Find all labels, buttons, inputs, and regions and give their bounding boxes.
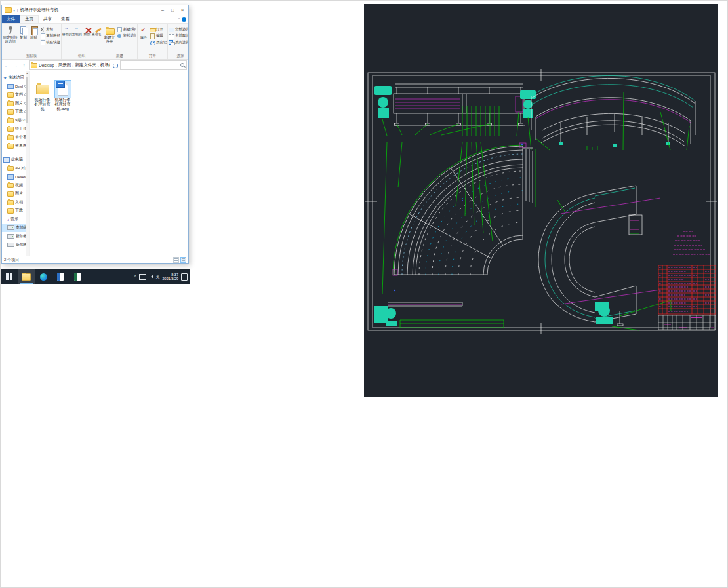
windows-logo-icon: [6, 273, 12, 280]
thumbnail-view-icon[interactable]: [180, 257, 186, 263]
tab-home[interactable]: 主页: [20, 15, 39, 23]
sidebar-item-folder[interactable]: 效果图: [2, 142, 29, 150]
help-icon[interactable]: [182, 17, 186, 22]
taskbar-word-processor[interactable]: [52, 269, 69, 284]
file-name: 机场行李处理转弯机.dwg: [54, 98, 71, 111]
history-button[interactable]: 历史记录: [150, 39, 167, 45]
scrollbar-thumb[interactable]: [26, 77, 28, 123]
breadcrumb[interactable]: Desktop› 风景图› 新建文件夹› 机场行李处理转弯机 ▾: [29, 60, 110, 70]
speaker-icon[interactable]: [149, 275, 153, 279]
sidebar-header-this-pc[interactable]: 此电脑: [2, 155, 29, 164]
easy-access-button[interactable]: 轻松访问▾: [117, 33, 136, 39]
new-folder-button[interactable]: 新建文件夹: [103, 24, 116, 43]
title-bar[interactable]: ▾| 机场行李处理转弯机 – □ ×: [2, 5, 188, 15]
drive-icon: [7, 234, 14, 239]
search-box[interactable]: [120, 60, 187, 70]
sidebar-item-folder[interactable]: 9期-33-(扩大): [2, 116, 29, 125]
file-item-dwg[interactable]: 机场行李处理转弯机.dwg: [54, 81, 71, 111]
sidebar-item-documents[interactable]: 文档: [2, 198, 29, 206]
taskbar: ^ 英 8:37 2021/3/29: [1, 269, 190, 284]
action-center-icon[interactable]: [181, 273, 188, 281]
tab-share[interactable]: 共享: [39, 15, 56, 23]
select-none-button[interactable]: 全部取消: [169, 33, 188, 39]
copy-to-button[interactable]: 复制到: [72, 24, 81, 37]
folder-icon: [7, 135, 14, 140]
sidebar-scrollbar[interactable]: ▲: [26, 71, 29, 256]
scroll-up-icon[interactable]: ▲: [26, 71, 29, 75]
sidebar-item-videos[interactable]: 视频: [2, 181, 29, 189]
folder-icon: [7, 191, 14, 197]
start-button[interactable]: [1, 269, 18, 284]
taskbar-file-explorer[interactable]: [18, 269, 35, 284]
file-item-folder[interactable]: 机场行李处理转弯机: [33, 81, 51, 111]
sidebar-item-volume-d[interactable]: 新加卷 (D:): [2, 232, 29, 241]
paste-icon: [30, 26, 39, 35]
new-item-button[interactable]: 新建项目▾: [117, 26, 136, 32]
maximize-button[interactable]: □: [168, 7, 177, 14]
desktop-icon: [7, 84, 14, 89]
tab-view[interactable]: 查看: [56, 15, 74, 23]
copy-button[interactable]: 复制: [18, 24, 28, 39]
ribbon-group-open: 属性 打开 编辑 历史记录 打开: [138, 24, 168, 59]
tab-file[interactable]: 文件: [2, 15, 20, 23]
system-tray: ^ 英 8:37 2021/3/29: [134, 273, 190, 281]
address-bar: ← → ↑ Desktop› 风景图› 新建文件夹› 机场行李处理转弯机 ▾: [2, 60, 188, 71]
forward-button[interactable]: →: [12, 62, 19, 69]
breadcrumb-item[interactable]: 新建文件夹: [75, 62, 96, 68]
sidebar-item-3d-objects[interactable]: 3D 对象: [2, 164, 29, 172]
back-button[interactable]: ←: [3, 62, 10, 69]
sidebar-item-pictures[interactable]: 图片: [2, 99, 29, 108]
display-icon[interactable]: [139, 274, 146, 280]
sidebar-item-documents[interactable]: 文档: [2, 90, 29, 99]
search-input[interactable]: [121, 62, 180, 69]
delete-button[interactable]: 删除: [82, 24, 91, 37]
cut-button[interactable]: 剪切: [39, 26, 60, 32]
minimize-button[interactable]: –: [158, 7, 167, 14]
quick-access-toolbar[interactable]: ▾|: [13, 8, 18, 12]
select-all-button[interactable]: 全部选择: [169, 26, 188, 32]
up-button[interactable]: ↑: [20, 62, 28, 69]
breadcrumb-item[interactable]: 风景图: [58, 62, 71, 68]
copy-path-button[interactable]: 复制路径: [39, 33, 60, 39]
history-icon: [150, 40, 155, 45]
breadcrumb-item[interactable]: Desktop: [39, 63, 54, 68]
edit-button[interactable]: 编辑: [150, 33, 167, 39]
drive-icon: [7, 225, 14, 230]
input-language-indicator[interactable]: 英: [156, 274, 160, 280]
tray-expand-icon[interactable]: ^: [134, 275, 136, 279]
sidebar-item-desktop[interactable]: Desktop: [2, 82, 29, 90]
sidebar-item-music[interactable]: ♪音乐: [2, 215, 29, 224]
paste-shortcut-button[interactable]: 粘贴快捷方式: [39, 39, 60, 45]
refresh-icon[interactable]: [111, 62, 119, 69]
sidebar-header-quick-access[interactable]: ★快速访问: [2, 73, 29, 82]
taskbar-browser[interactable]: [35, 269, 52, 284]
invert-selection-button[interactable]: 反向选择: [169, 39, 188, 45]
easy-access-icon: [117, 33, 122, 39]
properties-button[interactable]: 属性: [138, 24, 149, 39]
breadcrumb-separator: ›: [72, 64, 73, 68]
sidebar-item-downloads[interactable]: 下载: [2, 206, 29, 215]
taskbar-spreadsheet[interactable]: [69, 269, 86, 284]
open-button[interactable]: 打开: [150, 26, 167, 32]
sidebar-item-desktop[interactable]: Desktop: [2, 172, 29, 181]
sidebar-item-folder[interactable]: 单个零件和装配体: [2, 133, 29, 142]
folder-icon: [7, 127, 14, 132]
sidebar-item-pictures[interactable]: 图片: [2, 189, 29, 198]
sidebar-item-folder[interactable]: 待上传文件: [2, 125, 29, 133]
rename-button[interactable]: 重命名: [92, 24, 101, 37]
cad-preview-image[interactable]: [364, 4, 718, 397]
breadcrumb-item[interactable]: 机场行李处理转弯机: [100, 62, 110, 68]
close-button[interactable]: ×: [178, 7, 187, 14]
group-label-open: 打开: [138, 53, 167, 59]
qat-customize-icon[interactable]: ▾: [13, 8, 15, 12]
paste-button[interactable]: 粘贴: [29, 24, 39, 39]
sidebar-item-downloads[interactable]: 下载: [2, 108, 29, 116]
group-label-new: 新建: [103, 53, 136, 59]
sidebar-item-local-disk-c[interactable]: 本地磁盘 (C:): [2, 224, 29, 232]
pin-to-quick-access-button[interactable]: 固定到快速访问: [3, 24, 18, 43]
sidebar-item-volume-e[interactable]: 新加卷 (E:): [2, 241, 29, 249]
taskbar-clock[interactable]: 8:37 2021/3/29: [163, 273, 178, 281]
list-view-icon[interactable]: [173, 257, 179, 263]
move-to-button[interactable]: 移动到: [62, 24, 71, 37]
ribbon-collapse-icon[interactable]: ^: [178, 17, 180, 21]
